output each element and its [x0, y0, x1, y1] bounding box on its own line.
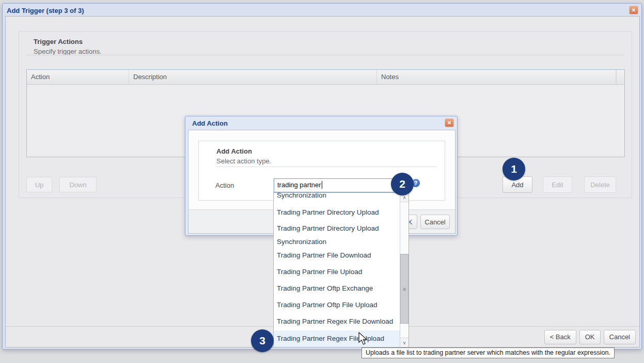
divider [26, 55, 624, 55]
action-combo-input[interactable]: trading partner [274, 178, 410, 192]
dropdown-item[interactable]: Trading Partner Directory Upload [274, 207, 397, 218]
dropdown-item[interactable]: Trading Partner Oftp File Upload [274, 300, 397, 310]
action-dropdown-list: Synchronization Trading Partner Director… [273, 192, 409, 347]
annotation-badge-3: 3 [251, 329, 274, 352]
up-button[interactable]: Up [26, 177, 52, 192]
close-icon[interactable]: ✕ [445, 118, 454, 127]
back-button[interactable]: < Back [544, 330, 576, 344]
dropdown-item-partial[interactable]: Synchronization [274, 192, 397, 201]
annotation-badge-1: 1 [502, 158, 525, 180]
dropdown-item[interactable]: Trading Partner File Download [274, 250, 397, 261]
tooltip: Uploads a file list to trading partner s… [362, 347, 615, 358]
annotation-badge-2: 2 [391, 173, 414, 195]
scrollbar-thumb[interactable]: ≡ [400, 254, 409, 324]
ok-button[interactable]: OK [579, 330, 601, 344]
dropdown-item[interactable]: Trading Partner File Upload [274, 267, 397, 277]
scroll-down-icon[interactable]: ∨ [400, 338, 409, 347]
edit-button[interactable]: Edit [543, 176, 572, 193]
cancel-button[interactable]: Cancel [604, 330, 636, 344]
table-header: Action Description Notes [27, 70, 624, 85]
close-icon[interactable]: ✕ [629, 6, 638, 14]
dropdown-item-highlighted[interactable]: Trading Partner Regex File Upload [274, 330, 400, 347]
delete-button[interactable]: Delete [584, 176, 616, 193]
column-header-description[interactable]: Description [129, 70, 377, 84]
add-action-dialog-title: Add Action [192, 119, 228, 127]
dropdown-item[interactable]: Trading Partner Directory Upload Synchro… [274, 222, 394, 249]
dialog-title: Add Trigger (step 3 of 3) [7, 7, 84, 14]
screen: Add Trigger (step 3 of 3) ✕ Trigger Acti… [0, 0, 644, 363]
action-field-label: Action [215, 182, 234, 189]
dropdown-item[interactable]: Trading Partner Oftp Exchange [274, 283, 397, 294]
panel-title: Trigger Actions [34, 38, 83, 46]
mouse-cursor-icon [357, 332, 368, 346]
add-action-cancel-button[interactable]: Cancel [420, 215, 450, 229]
divider [216, 167, 436, 167]
column-header-spacer [616, 70, 624, 84]
text-caret [322, 181, 322, 189]
dropdown-scrollbar[interactable]: ∧ ≡ ∨ [400, 193, 409, 347]
dropdown-item[interactable]: Trading Partner Regex File Download [274, 316, 397, 327]
add-action-panel-subtitle: Select action type. [216, 157, 271, 165]
panel-subtitle: Specify trigger actions. [34, 48, 102, 55]
down-button[interactable]: Down [59, 177, 97, 192]
column-header-action[interactable]: Action [27, 70, 129, 84]
action-input-value: trading partner [277, 181, 321, 189]
column-header-notes[interactable]: Notes [377, 70, 616, 84]
add-action-panel-title: Add Action [216, 147, 252, 155]
